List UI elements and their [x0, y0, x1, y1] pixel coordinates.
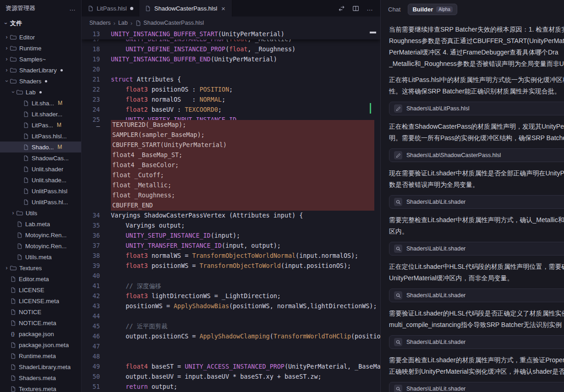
tree-item[interactable]: ›Editor: [0, 32, 81, 43]
diff-removed-line: float _Cutoff;: [112, 170, 374, 180]
tree-item[interactable]: Motoyinc.Ren...: [0, 229, 81, 240]
code-line[interactable]: 34Varyings ShadowCasterPassVertex (Attri…: [82, 211, 380, 221]
file-reference-chip[interactable]: Shaders\Lab\Lit.shader: [389, 195, 564, 209]
tree-item[interactable]: ›ShaderLibrary: [0, 65, 81, 76]
tree-item[interactable]: package.json.meta: [0, 339, 81, 350]
tree-item[interactable]: LICENSE.meta: [0, 295, 81, 306]
files-section-header[interactable]: › 文件: [0, 18, 81, 29]
code-line[interactable]: 20: [82, 65, 380, 75]
breadcrumb-item[interactable]: ShadowCasterPass.hlsl: [135, 20, 204, 26]
code-line[interactable]: 39 float3 positionWS = TransformObjectTo…: [82, 261, 380, 271]
scrollbar-thumb[interactable]: [370, 32, 376, 33]
tree-item[interactable]: Lab.meta: [0, 218, 81, 229]
line-number: 37: [82, 241, 100, 251]
file-reference-label: Shaders\Lab\ShadowCasterPass.hlsl: [406, 152, 501, 158]
tab-shadowcasterpass-hlsl[interactable]: ShadowCasterPass.hlsl×: [139, 0, 232, 16]
chat-message-line: 正确映射到UnityPerMaterial实例化缓冲区，并确认shader是否: [389, 366, 564, 377]
ellipsis-icon[interactable]: …: [69, 5, 76, 12]
builder-label: Builder: [412, 6, 433, 13]
tree-item[interactable]: ShaderLibrary.meta: [0, 361, 81, 372]
tree-item[interactable]: Shaders.meta: [0, 372, 81, 383]
tree-item[interactable]: Lit.sha...M: [0, 98, 81, 109]
breadcrumb-item[interactable]: Shaders: [89, 20, 111, 26]
tree-item[interactable]: Lit.shader...: [0, 109, 81, 120]
tree-item-label: NOTICE.meta: [19, 320, 56, 327]
tree-item[interactable]: LICENSE: [0, 284, 81, 295]
tree-item[interactable]: ShadowCas...: [0, 152, 81, 163]
code-line[interactable]: 44: [82, 311, 380, 321]
tree-item[interactable]: ›Shaders: [0, 76, 81, 87]
tree-item-label: Runtime.meta: [19, 353, 56, 359]
code-line[interactable]: 50 output.baseUV = input.baseUV * baseST…: [82, 372, 380, 382]
chat-message-line: 需要全面检查Lit.shader的材质属性声明方式，重点验证Properti: [389, 354, 564, 366]
code-line[interactable]: 19UNITY_INSTANCING_BUFFER_END(UnityPerMa…: [82, 54, 380, 65]
breadcrumb-item[interactable]: Lab: [118, 20, 128, 26]
diff-removed-lines: TEXTURE2D(_BaseMap);SAMPLER(sampler_Base…: [111, 120, 374, 211]
tree-item[interactable]: Shado...M: [0, 142, 81, 152]
code-line[interactable]: 47: [82, 342, 380, 352]
code-line[interactable]: 36 UNITY_SETUP_INSTANCE_ID(input);: [82, 231, 380, 241]
code-line[interactable]: 37 UNITY_TRANSFER_INSTANCE_ID(input, out…: [82, 241, 380, 251]
tree-item[interactable]: LitPas...M: [0, 120, 81, 131]
tree-item[interactable]: NOTICE: [0, 306, 81, 317]
tab-litpass-hlsl[interactable]: LitPass.hlsl: [82, 0, 139, 16]
code-line[interactable]: 38 float3 normalWS = TransformObjectToWo…: [82, 251, 380, 261]
file-reference-chip[interactable]: Shaders\Lab\Lit.shader: [389, 242, 564, 256]
code-line[interactable]: 35 Varyings output;: [82, 221, 380, 231]
tree-item[interactable]: ›Samples~: [0, 54, 81, 65]
tab-builder[interactable]: Builder Alpha: [408, 4, 457, 15]
chat-message: 正在定位Lit.shader中HLSL代码段的材质属性声明位置，需要确Unity…: [389, 261, 564, 284]
tree-item[interactable]: Editor.meta: [0, 273, 81, 284]
tab-chat[interactable]: Chat: [388, 6, 400, 13]
tree-item[interactable]: {}package.json: [0, 328, 81, 339]
tree-item[interactable]: Motoyinc.Ren...: [0, 240, 81, 251]
tree-item[interactable]: NOTICE.meta: [0, 317, 81, 328]
sticky-line[interactable]: 13UNITY_INSTANCING_BUFFER_START(UnityPer…: [82, 29, 380, 39]
tree-item[interactable]: ›Lab: [0, 87, 81, 98]
tree-item[interactable]: Unlit.shader: [0, 163, 81, 174]
tree-item[interactable]: ›Textures: [0, 262, 81, 273]
code-line[interactable]: 51 return output;: [82, 382, 380, 392]
code-line[interactable]: 24 float2 baseUV : TEXCOORD0;: [82, 105, 380, 115]
tree-item[interactable]: UnlitPass.hl...: [0, 196, 81, 207]
code-editor[interactable]: 17 UNITY_DEFINE_INSTANCED_PROP(float, _M…: [82, 29, 380, 392]
edit-icon: [394, 151, 402, 159]
tree-item[interactable]: LitPass.hlsl...: [0, 131, 81, 142]
code-text: // 近平面剪裁: [100, 321, 380, 332]
code-line[interactable]: 23 float3 normalOS : NORMAL;: [82, 95, 380, 105]
code-line[interactable]: 21struct Attributes {: [82, 75, 380, 85]
code-line[interactable]: 18 UNITY_DEFINE_INSTANCED_PROP(float, _R…: [82, 44, 380, 54]
file-reference-chip[interactable]: Shaders\Lab\Lit.shader: [389, 289, 564, 302]
code-line[interactable]: 41 // 深度偏移: [82, 281, 380, 291]
code-text: [100, 342, 380, 352]
folder-icon: [10, 44, 17, 52]
search-icon: [394, 385, 402, 392]
file-reference-chip[interactable]: Shaders\Lab\Lit.shader: [389, 382, 564, 392]
tree-item[interactable]: Runtime.meta: [0, 350, 81, 361]
file-reference-chip[interactable]: Shaders\Lab\Lit.shader: [389, 335, 564, 349]
code-line[interactable]: 22 float3 positionOS : POSITION;: [82, 85, 380, 95]
ellipsis-icon[interactable]: …: [367, 5, 373, 12]
tree-item[interactable]: Utils.meta: [0, 251, 81, 262]
tree-item[interactable]: ›Runtime: [0, 43, 81, 54]
file-reference-chip[interactable]: Shaders\Lab\ShadowCasterPass.hlsl: [389, 148, 564, 162]
tree-item[interactable]: Unlit.shade...: [0, 174, 81, 185]
tree-item-label: Shaders: [19, 78, 41, 85]
tree-item[interactable]: Textures.meta: [0, 383, 81, 392]
code-line[interactable]: 43 positionWS = ApplyShadowBias(position…: [82, 301, 380, 311]
tree-item[interactable]: ›Utils: [0, 207, 81, 218]
code-line[interactable]: 46 output.positionCS = ApplyShadowClampi…: [82, 332, 380, 342]
close-icon[interactable]: ×: [220, 5, 226, 12]
split-editor-icon[interactable]: [352, 5, 359, 12]
code-line[interactable]: 49 float4 baseST = UNITY_ACCESS_INSTANCE…: [82, 362, 380, 372]
tree-item[interactable]: UnlitPass.hlsl: [0, 185, 81, 196]
code-line[interactable]: 40: [82, 271, 380, 281]
tree-item-label: LitPas...: [32, 122, 53, 129]
code-line[interactable]: 48: [82, 352, 380, 362]
compare-changes-icon[interactable]: [338, 5, 345, 12]
code-line[interactable]: 45 // 近平面剪裁: [82, 321, 380, 332]
file-reference-chip[interactable]: Shaders\Lab\LitPass.hlsl: [389, 102, 564, 115]
code-line[interactable]: 42 float3 lightDirectionWS = _LightDirec…: [82, 291, 380, 301]
file-reference-label: Shaders\Lab\Lit.shader: [406, 245, 465, 252]
line-number: 49: [82, 362, 100, 372]
